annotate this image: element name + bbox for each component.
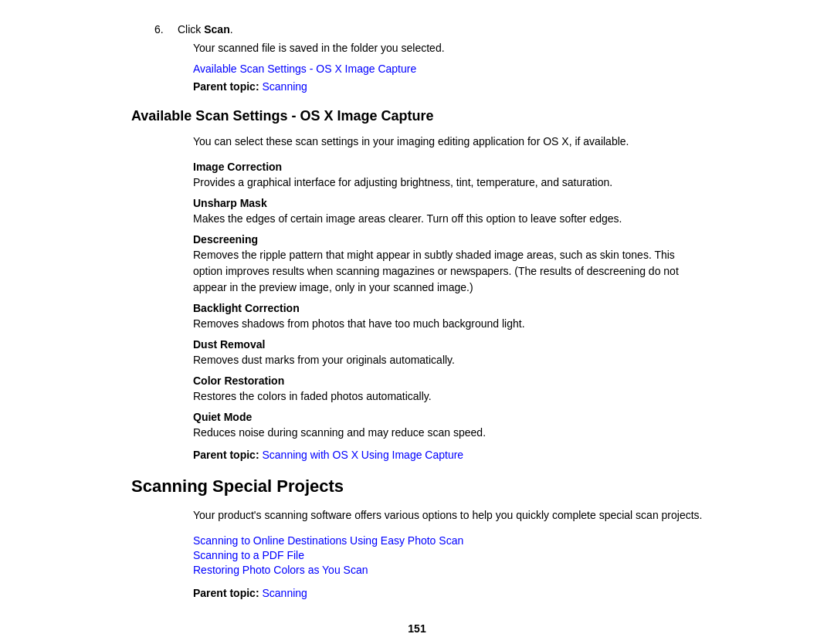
term-quiet-mode: Quiet Mode Reduces noise during scanning… xyxy=(131,411,703,441)
link-restoring-photo-colors[interactable]: Restoring Photo Colors as You Scan xyxy=(193,564,703,576)
page-number: 151 xyxy=(131,622,703,635)
term-dust-removal: Dust Removal Removes dust marks from you… xyxy=(131,338,703,368)
term-backlight-correction: Backlight Correction Removes shadows fro… xyxy=(131,302,703,332)
available-scan-settings-link-top[interactable]: Available Scan Settings - OS X Image Cap… xyxy=(131,61,703,77)
term-color-restoration: Color Restoration Restores the colors in… xyxy=(131,375,703,405)
parent-topic-top: Parent topic: Scanning xyxy=(131,80,703,93)
parent-topic-link-special-projects[interactable]: Scanning xyxy=(262,587,307,599)
parent-topic-link-top[interactable]: Scanning xyxy=(262,80,307,93)
step-6: 6. Click Scan. xyxy=(131,23,703,36)
parent-topic-special-projects: Parent topic: Scanning xyxy=(131,587,703,599)
parent-topic-label-top: Parent topic: xyxy=(193,80,259,93)
step-text-after: . xyxy=(230,23,233,36)
term-title-quiet-mode: Quiet Mode xyxy=(193,411,703,423)
scanning-special-projects-heading: Scanning Special Projects xyxy=(131,476,703,497)
term-title-color-restoration: Color Restoration xyxy=(193,375,703,387)
step-text: Click Scan. xyxy=(178,23,703,36)
available-scan-link-anchor[interactable]: Available Scan Settings - OS X Image Cap… xyxy=(193,63,416,75)
term-desc-dust-removal: Removes dust marks from your originals a… xyxy=(193,352,703,368)
term-unsharp-mask: Unsharp Mask Makes the edges of certain … xyxy=(131,197,703,227)
term-desc-unsharp-mask: Makes the edges of certain image areas c… xyxy=(193,211,703,227)
step-number: 6. xyxy=(154,23,170,36)
available-scan-settings-desc: You can select these scan settings in yo… xyxy=(131,134,703,150)
parent-topic-label-special-projects: Parent topic: xyxy=(193,587,259,599)
parent-topic-scan-settings: Parent topic: Scanning with OS X Using I… xyxy=(131,449,703,461)
term-descreening: Descreening Removes the ripple pattern t… xyxy=(131,233,703,296)
available-scan-settings-heading: Available Scan Settings - OS X Image Cap… xyxy=(131,108,703,124)
term-image-correction: Image Correction Provides a graphical in… xyxy=(131,161,703,191)
parent-topic-link-scan-settings[interactable]: Scanning with OS X Using Image Capture xyxy=(262,449,463,461)
step-bold-word: Scan xyxy=(204,23,229,36)
term-desc-quiet-mode: Reduces noise during scanning and may re… xyxy=(193,425,703,441)
scanning-special-links: Scanning to Online Destinations Using Ea… xyxy=(131,534,703,576)
term-desc-descreening: Removes the ripple pattern that might ap… xyxy=(193,247,703,296)
step-text-before: Click xyxy=(178,23,204,36)
saved-note: Your scanned file is saved in the folder… xyxy=(131,40,703,56)
page-container: 6. Click Scan. Your scanned file is save… xyxy=(116,0,718,644)
link-pdf-file[interactable]: Scanning to a PDF File xyxy=(193,549,703,561)
term-title-backlight-correction: Backlight Correction xyxy=(193,302,703,314)
term-desc-color-restoration: Restores the colors in faded photos auto… xyxy=(193,388,703,405)
term-title-unsharp-mask: Unsharp Mask xyxy=(193,197,703,209)
scanning-special-projects-desc: Your product's scanning software offers … xyxy=(131,507,703,524)
term-title-dust-removal: Dust Removal xyxy=(193,338,703,351)
term-title-image-correction: Image Correction xyxy=(193,161,703,173)
parent-topic-label-scan-settings: Parent topic: xyxy=(193,449,259,461)
link-easy-photo-scan[interactable]: Scanning to Online Destinations Using Ea… xyxy=(193,534,703,547)
term-desc-backlight-correction: Removes shadows from photos that have to… xyxy=(193,316,703,332)
term-desc-image-correction: Provides a graphical interface for adjus… xyxy=(193,175,703,191)
term-title-descreening: Descreening xyxy=(193,233,703,246)
